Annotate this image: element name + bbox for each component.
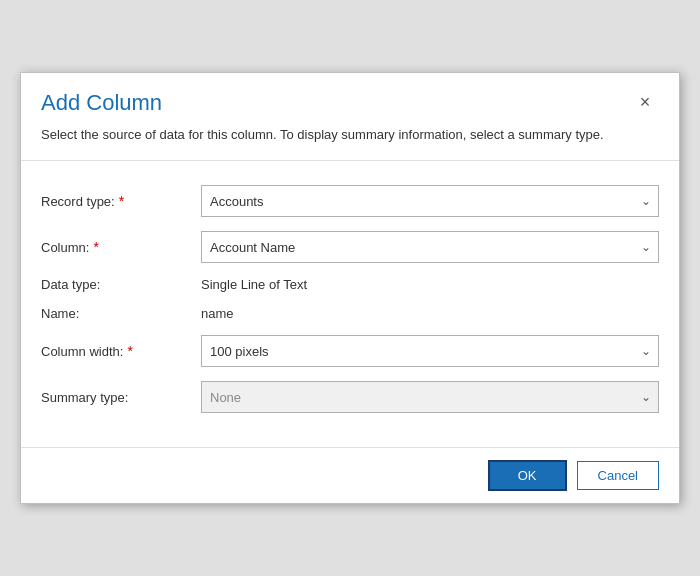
column-width-required: * bbox=[127, 343, 132, 359]
column-width-field[interactable]: 100 pixels ⌄ bbox=[201, 335, 659, 367]
name-row: Name: name bbox=[41, 306, 659, 321]
summary-type-select[interactable]: None bbox=[201, 381, 659, 413]
column-width-label: Column width: * bbox=[41, 343, 201, 359]
column-width-row: Column width: * 100 pixels ⌄ bbox=[41, 335, 659, 367]
record-type-row: Record type: * Accounts ⌄ bbox=[41, 185, 659, 217]
dialog-description: Select the source of data for this colum… bbox=[21, 125, 679, 162]
summary-type-row: Summary type: None ⌄ bbox=[41, 381, 659, 413]
cancel-button[interactable]: Cancel bbox=[577, 461, 659, 490]
record-type-required: * bbox=[119, 193, 124, 209]
data-type-value: Single Line of Text bbox=[201, 277, 659, 292]
column-required: * bbox=[93, 239, 98, 255]
data-type-label: Data type: bbox=[41, 277, 201, 292]
summary-type-label: Summary type: bbox=[41, 390, 201, 405]
name-label: Name: bbox=[41, 306, 201, 321]
column-width-select[interactable]: 100 pixels bbox=[201, 335, 659, 367]
dialog-titlebar: Add Column × bbox=[21, 73, 679, 125]
record-type-label: Record type: * bbox=[41, 193, 201, 209]
close-button[interactable]: × bbox=[631, 89, 659, 117]
data-type-row: Data type: Single Line of Text bbox=[41, 277, 659, 292]
add-column-dialog: Add Column × Select the source of data f… bbox=[20, 72, 680, 505]
record-type-select[interactable]: Accounts bbox=[201, 185, 659, 217]
dialog-footer: OK Cancel bbox=[21, 447, 679, 503]
name-value: name bbox=[201, 306, 659, 321]
ok-button[interactable]: OK bbox=[488, 460, 567, 491]
summary-type-field[interactable]: None ⌄ bbox=[201, 381, 659, 413]
column-field[interactable]: Account Name ⌄ bbox=[201, 231, 659, 263]
dialog-title: Add Column bbox=[41, 90, 162, 116]
column-label: Column: * bbox=[41, 239, 201, 255]
column-select[interactable]: Account Name bbox=[201, 231, 659, 263]
column-row: Column: * Account Name ⌄ bbox=[41, 231, 659, 263]
record-type-field[interactable]: Accounts ⌄ bbox=[201, 185, 659, 217]
dialog-body: Record type: * Accounts ⌄ Column: * Acco… bbox=[21, 161, 679, 447]
